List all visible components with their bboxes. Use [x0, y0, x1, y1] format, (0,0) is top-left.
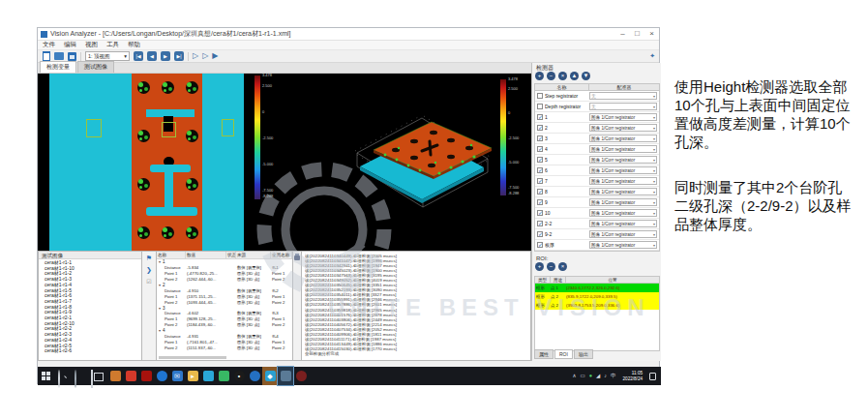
first-image-button[interactable]: |◀ [134, 51, 143, 61]
notification-center-icon[interactable] [649, 373, 656, 380]
horizontal-scrollbar[interactable] [159, 356, 226, 359]
detector-checkbox[interactable] [537, 231, 543, 237]
status-icon[interactable]: ● [589, 367, 592, 385]
run-step-icon[interactable]: ▷ [202, 51, 208, 61]
registrator-dropdown[interactable]: 图像 1/Corr registrator▾ [589, 220, 657, 227]
add-roi-button[interactable]: + [535, 262, 544, 271]
chevron-up-icon[interactable]: ∧ [573, 367, 577, 385]
registrator-dropdown[interactable]: 图像 1/Corr registrator▾ [589, 113, 657, 121]
registrator-dropdown[interactable]: 图像 1/Corr registrator▾ [589, 177, 657, 185]
move-up-button[interactable]: ▲ [570, 72, 579, 80]
menu-item[interactable]: 工具 [106, 41, 119, 49]
detector-checkbox[interactable] [537, 210, 543, 216]
result-row[interactable]: Point 1(-7161.801,-47...图形 [3D 点]Point 1 [157, 339, 292, 345]
cortana-icon[interactable] [75, 371, 85, 381]
result-row[interactable]: Point 1(-4770.820,-25...图形 [3D 点]Point 1 [157, 271, 292, 277]
app-vision-analyzer[interactable]: ◆ [262, 367, 278, 385]
registrator-dropdown[interactable]: 图像 1/Corr registrator▾ [589, 135, 657, 142]
open-file-icon[interactable] [54, 52, 64, 60]
view-selector-dropdown[interactable]: 1: 顶视图 ▾ [85, 51, 130, 61]
app-security[interactable] [123, 367, 138, 385]
detector-row[interactable]: 8图像 1/Corr registrator▾ [535, 187, 659, 197]
app-green[interactable] [216, 367, 231, 385]
save-icon[interactable] [68, 52, 76, 61]
detector-row[interactable]: 1图像 1/Corr registrator▾ [535, 112, 659, 123]
app-media[interactable] [293, 367, 309, 385]
detector-row[interactable]: 6图像 1/Corr registrator▾ [535, 165, 659, 176]
search-icon[interactable] [58, 371, 69, 381]
detector-row[interactable]: 9图像 1/Corr registrator▾ [535, 197, 659, 208]
result-row[interactable]: Distance-4.910数值 [测量值]孔2 [157, 287, 292, 293]
detector-checkbox[interactable] [537, 167, 543, 173]
result-row[interactable]: Point 1(1371.151,-25...图形 [3D 点]Point 1 [157, 293, 292, 299]
app-photos[interactable] [200, 367, 216, 385]
detector-row[interactable]: 10图像 1/Corr registrator▾ [535, 208, 659, 219]
detector-row[interactable]: 2图像 1/Corr registrator▾ [535, 123, 659, 134]
registrator-dropdown[interactable]: 图像 1/Corr registrator▾ [589, 166, 657, 174]
move-down-button[interactable]: ▼ [582, 72, 590, 80]
registrator-dropdown[interactable]: 图像 1/Corr registrator▾ [589, 124, 657, 132]
volume-icon[interactable]: ♪ [604, 367, 607, 385]
result-row[interactable]: Point 2(1151.937,-60...图形 [3D 点]Point 2 [157, 345, 292, 350]
detector-row[interactable]: 板厚图像 1/Corr registrator▾ [535, 240, 659, 251]
menu-item[interactable]: 帮助 [128, 41, 140, 49]
roi-panel-tab[interactable]: 属性 [534, 349, 554, 359]
detector-row[interactable]: Depth registrator无▾ [535, 102, 659, 112]
app-boxed[interactable] [278, 367, 293, 385]
settings-sparkle-icon[interactable]: ✦ [649, 52, 655, 60]
detector-checkbox[interactable] [537, 135, 543, 141]
roi-row[interactable]: 框形点 1(2340.6,1772.2,326.0,292.6) [535, 284, 659, 292]
run-chevron-icon[interactable]: ❯ [146, 266, 152, 274]
detector-checkbox[interactable] [537, 199, 543, 205]
view-tab[interactable]: 检测变量 [40, 61, 76, 73]
registrator-dropdown[interactable]: 无▾ [589, 92, 657, 100]
detector-checkbox[interactable] [537, 189, 543, 195]
cloud-icon[interactable]: ▭ [581, 367, 585, 385]
detector-checkbox[interactable] [537, 157, 543, 163]
start-button[interactable] [42, 371, 52, 381]
last-image-button[interactable]: ▶| [174, 51, 184, 61]
list-item[interactable]: cera材1-r2-6 [45, 348, 141, 354]
remove-roi-button[interactable]: − [547, 262, 555, 271]
detector-checkbox[interactable] [537, 242, 543, 248]
app-pdf[interactable] [138, 367, 154, 385]
detector-checkbox[interactable] [537, 114, 543, 120]
menu-item[interactable]: 文件 [43, 41, 55, 49]
registrator-dropdown[interactable]: 图像 1/Corr registrator▾ [589, 209, 657, 217]
app-mail[interactable]: ✉ [169, 367, 185, 385]
registrator-dropdown[interactable]: 图像 1/Corr registrator▾ [589, 230, 657, 238]
close-button[interactable]: × [644, 28, 659, 40]
clear-roi-button[interactable]: × [558, 262, 567, 271]
menu-item[interactable]: 编辑 [64, 41, 76, 49]
detector-checkbox[interactable] [537, 221, 543, 226]
maximize-button[interactable]: □ [630, 28, 644, 40]
run-all-icon[interactable]: ▶ [212, 51, 218, 61]
result-row[interactable]: Point 1(9699.128,-25...图形 [3D 点]Point 1 [157, 316, 292, 322]
result-row[interactable]: Distance-4.931数值 [测量值]孔4 [157, 334, 292, 340]
registrator-dropdown[interactable]: 图像 1/Corr registrator▾ [589, 156, 657, 164]
roi-row[interactable]: 框形点 2(3903.8,1753.5,209.0,336.6) [535, 301, 659, 310]
detector-row[interactable]: 9-2图像 1/Corr registrator▾ [535, 229, 659, 240]
app-explorer[interactable]: ▸ [185, 367, 200, 385]
flag-icon[interactable]: ⚑ [146, 255, 152, 262]
detector-checkbox[interactable] [537, 178, 543, 184]
result-row[interactable]: Distance-5.834数值 [测量值]孔1 [157, 265, 292, 271]
view-tab[interactable]: 测试图像 [77, 61, 114, 73]
result-row[interactable]: Point 2(1184.439,-60...图形 [3D 点]Point 2 [157, 322, 292, 328]
taskbar-clock[interactable]: 11:05 2022/8/24 [620, 371, 645, 381]
app-penguin[interactable]: • [231, 367, 247, 385]
result-row[interactable]: Point 2(1262.444,-60...图形 [3D 点]Point 2 [157, 277, 292, 283]
registrator-dropdown[interactable]: 图像 1/Corr registrator▾ [589, 241, 657, 249]
remove-detector-button[interactable]: − [547, 72, 555, 80]
checkbox-icon[interactable]: ☑ [146, 278, 151, 285]
registrator-dropdown[interactable]: 无▾ [589, 103, 657, 110]
detector-checkbox[interactable] [537, 146, 543, 152]
add-detector-button[interactable]: + [535, 72, 544, 80]
roi-panel-tab[interactable]: ROI [554, 349, 573, 359]
result-row[interactable]: Distance-4.602数值 [测量值]孔3 [157, 311, 292, 316]
model-3d-view[interactable]: 3.4782.5000-2.500-5.000-7.500-8.288 [284, 74, 531, 251]
roi-row[interactable]: 框形点 2(835.9,1722.0,209.0,339.5) [535, 292, 659, 301]
registrator-dropdown[interactable]: 图像 1/Corr registrator▾ [589, 145, 657, 153]
roi-panel-tab[interactable]: 输出 [574, 349, 593, 359]
app-browser[interactable] [247, 367, 262, 385]
